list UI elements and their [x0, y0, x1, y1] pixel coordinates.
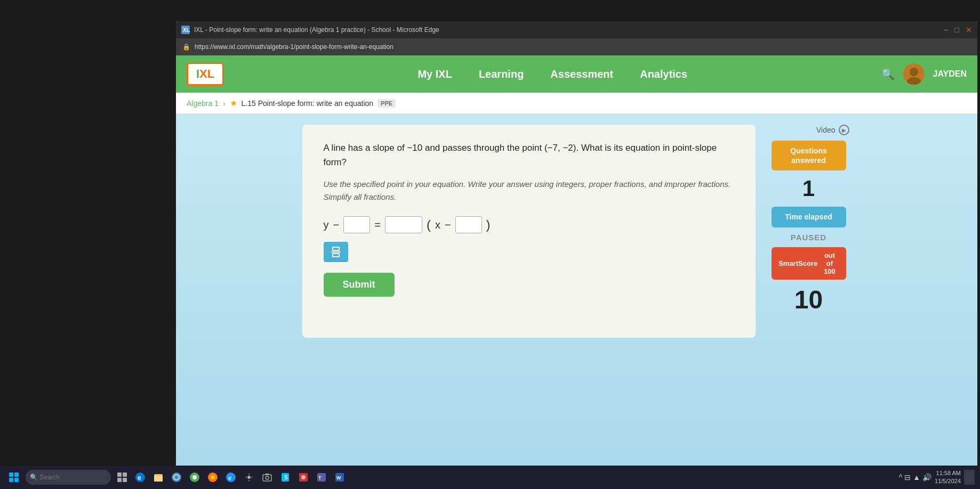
taskbar-word-icon[interactable]: W	[332, 469, 348, 485]
taskbar-tray: ^ ⊟ ▲ 🔊	[899, 473, 931, 482]
taskbar-photos-icon[interactable]	[295, 469, 311, 485]
taskbar-search-input[interactable]	[26, 470, 111, 485]
fraction-button[interactable]	[324, 242, 348, 262]
svg-point-26	[301, 475, 306, 479]
main-content: A line has a slope of −10 and passes thr…	[176, 114, 977, 489]
svg-point-1	[910, 68, 918, 76]
svg-text:e: e	[228, 475, 231, 481]
nav-analytics[interactable]: Analytics	[640, 68, 687, 80]
svg-rect-6	[123, 478, 127, 482]
equation-row: y − = ( x − )	[324, 216, 734, 233]
x-value-input[interactable]	[455, 216, 482, 233]
paren-open: (	[427, 217, 431, 232]
taskbar-icons: e	[114, 469, 896, 485]
smartscore-label: SmartScore	[778, 259, 817, 267]
y-value-input[interactable]	[343, 216, 370, 233]
svg-text:S: S	[284, 475, 288, 480]
breadcrumb-star-icon: ★	[230, 98, 237, 108]
windows-icon	[9, 472, 19, 482]
side-panel: Video ▶ Questions answered 1 Time elapse…	[766, 125, 852, 314]
nav-assessment[interactable]: Assessment	[550, 68, 613, 80]
search-icon[interactable]: 🔍	[881, 68, 895, 80]
browser-addressbar: 🔒 https://www.ixl.com/math/algebra-1/poi…	[176, 38, 977, 55]
taskbar-chrome-icon[interactable]	[187, 469, 203, 485]
taskbar-settings-icon[interactable]	[241, 469, 257, 485]
logo-xl: XL	[199, 67, 214, 80]
smartscore-button[interactable]: SmartScore out of 100	[772, 247, 846, 280]
video-link[interactable]: Video ▶	[816, 125, 849, 135]
taskbar-camera-icon[interactable]	[259, 469, 275, 485]
question-panel: A line has a slope of −10 and passes thr…	[302, 125, 756, 338]
slope-input[interactable]	[385, 216, 422, 233]
svg-text:T: T	[318, 475, 322, 480]
browser-window: IXL IXL - Point-slope form: write an equ…	[176, 21, 977, 489]
taskbar-ie-icon[interactable]: e	[223, 469, 239, 485]
paused-text: PAUSED	[791, 233, 826, 242]
time-elapsed-button[interactable]: Time elapsed	[772, 207, 846, 227]
question-text: A line has a slope of −10 and passes thr…	[324, 141, 734, 169]
fraction-icon	[331, 247, 341, 257]
svg-point-11	[172, 472, 181, 482]
svg-rect-10	[154, 476, 163, 482]
instruction-text: Use the specified point in your equation…	[324, 178, 734, 203]
browser-favicon: IXL	[181, 26, 190, 34]
y-variable: y	[324, 219, 329, 231]
smartscore-sublabel: out of 100	[824, 251, 836, 275]
tray-arrow-icon[interactable]: ^	[899, 473, 903, 482]
nav-learning[interactable]: Learning	[479, 68, 524, 80]
minus-symbol-1: −	[333, 219, 340, 231]
taskbar-firefox-icon[interactable]	[205, 469, 221, 485]
questions-answered-button[interactable]: Questions answered	[772, 141, 846, 170]
ixl-logo[interactable]: IXL	[187, 62, 224, 86]
nav-right: 🔍 JAYDEN	[881, 63, 967, 85]
svg-point-14	[192, 475, 197, 479]
svg-point-19	[247, 476, 251, 479]
user-avatar[interactable]	[903, 63, 925, 85]
breadcrumb-badge: PPE	[377, 99, 396, 108]
equals-symbol: =	[374, 219, 381, 231]
taskbar-teams-icon[interactable]: T	[314, 469, 330, 485]
browser-controls: − □ ✕	[944, 26, 972, 34]
svg-rect-20	[263, 475, 271, 481]
taskbar-edge-icon[interactable]: e	[132, 469, 148, 485]
svg-rect-3	[117, 472, 122, 477]
browser-restore-button[interactable]: □	[955, 26, 959, 34]
svg-point-16	[211, 475, 215, 479]
taskbar-date-text: 11/5/2024	[935, 477, 961, 485]
nav-links: My IXL Learning Assessment Analytics	[245, 68, 860, 80]
ixl-app: IXL My IXL Learning Assessment Analytics…	[176, 55, 977, 489]
taskbar-store-icon[interactable]: S	[277, 469, 293, 485]
browser-title-text: IXL - Point-slope form: write an equatio…	[194, 26, 939, 34]
nav-myixl[interactable]: My IXL	[417, 68, 452, 80]
lock-icon: 🔒	[182, 43, 190, 51]
browser-minimize-button[interactable]: −	[944, 26, 948, 34]
video-play-icon: ▶	[839, 125, 849, 135]
taskbar-files-icon[interactable]	[150, 469, 166, 485]
tray-wifi-icon[interactable]: ▲	[913, 473, 920, 482]
tray-sound-icon[interactable]: 🔊	[922, 473, 931, 482]
svg-rect-5	[117, 478, 122, 482]
minus-symbol-2: −	[445, 219, 451, 231]
svg-point-21	[266, 476, 269, 479]
questions-answered-label: Questions answered	[790, 146, 826, 165]
tray-network-icon[interactable]: ⊟	[904, 473, 911, 482]
taskbar-task-view[interactable]	[114, 469, 130, 485]
taskbar-search-wrapper: 🔍	[26, 470, 111, 485]
taskbar-datetime[interactable]: 11:58 AM 11/5/2024	[935, 469, 961, 486]
taskbar-search-icon: 🔍	[30, 474, 38, 481]
taskbar-browser1-icon[interactable]	[168, 469, 184, 485]
start-button[interactable]	[5, 469, 22, 486]
browser-close-button[interactable]: ✕	[966, 26, 972, 34]
taskbar-time-text: 11:58 AM	[935, 469, 961, 477]
browser-titlebar: IXL IXL - Point-slope form: write an equ…	[176, 21, 977, 38]
time-elapsed-label: Time elapsed	[785, 213, 832, 221]
ixl-navbar: IXL My IXL Learning Assessment Analytics…	[176, 55, 977, 93]
svg-rect-22	[266, 474, 269, 475]
svg-text:W: W	[336, 475, 341, 480]
show-desktop-button[interactable]	[964, 470, 975, 485]
user-name: JAYDEN	[933, 69, 967, 79]
breadcrumb-parent[interactable]: Algebra 1	[187, 99, 219, 108]
submit-button[interactable]: Submit	[324, 273, 395, 297]
browser-url[interactable]: https://www.ixl.com/math/algebra-1/point…	[195, 43, 971, 51]
svg-text:e: e	[138, 474, 141, 482]
